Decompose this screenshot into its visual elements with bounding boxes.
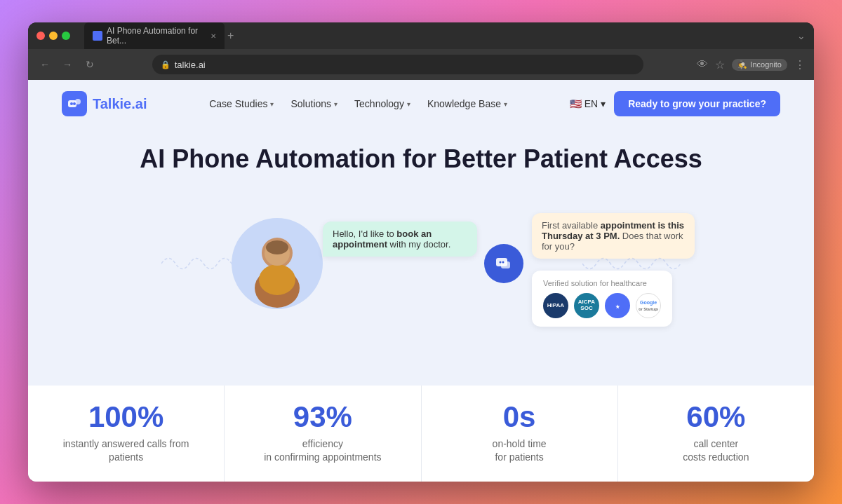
svg-text:Google: Google — [640, 300, 657, 306]
stat-number-3: 60% — [686, 402, 745, 432]
hero-section: AI Phone Automation for Better Patient A… — [28, 128, 814, 386]
stat-number-2: 0s — [503, 402, 536, 432]
address-actions: 👁 ☆ 🕵 Incognito ⋮ — [697, 58, 806, 71]
nav-technology[interactable]: Technology ▾ — [354, 98, 410, 109]
stat-item-2: 0s on-hold time for patients — [422, 386, 618, 482]
stat-item-3: 60% call center costs reduction — [618, 386, 814, 482]
nav-technology-label: Technology — [354, 98, 404, 109]
minimize-button[interactable] — [49, 32, 58, 40]
chat-icon — [495, 254, 513, 273]
svg-point-2 — [70, 102, 73, 105]
avatar — [232, 218, 323, 309]
svg-point-12 — [502, 261, 504, 264]
stat-number-1: 93% — [293, 402, 352, 432]
demo-area: Hello, I'd like to book an appointment w… — [147, 193, 695, 334]
traffic-lights — [36, 32, 70, 40]
nav-links: Case Studies ▾ Solutions ▾ Technology ▾ … — [209, 98, 507, 109]
cta-label: Ready to grow your practice? — [628, 98, 766, 109]
nominee-icon: ★ — [610, 299, 624, 313]
badges-row: HIPAA AICPA SOC ★ Google for Startups — [543, 293, 661, 318]
lock-icon: 🔒 — [161, 60, 171, 69]
flag-icon: 🇺🇸 — [570, 98, 582, 109]
forward-button[interactable]: → — [59, 59, 76, 70]
browser-overflow-icon[interactable]: ⋮ — [794, 58, 806, 71]
url-text: talkie.ai — [175, 60, 206, 70]
nominee-badge: ★ — [605, 293, 630, 318]
language-selector[interactable]: 🇺🇸 EN ▾ — [570, 98, 606, 109]
stat-item-1: 93% efficiency in confirming appointment… — [225, 386, 421, 482]
person-illustration — [232, 218, 323, 309]
maximize-button[interactable] — [62, 32, 70, 40]
reload-button[interactable]: ↻ — [81, 59, 98, 70]
star-icon[interactable]: ☆ — [715, 58, 725, 71]
stats-bar: 100% instantly answered calls from patie… — [28, 386, 814, 482]
address-bar: ← → ↻ 🔒 talkie.ai 👁 ☆ 🕵 Incognito ⋮ — [28, 49, 814, 80]
url-bar[interactable]: 🔒 talkie.ai — [152, 55, 643, 74]
incognito-badge: 🕵 Incognito — [732, 59, 787, 71]
user-msg-prefix: Hello, I'd like to — [333, 229, 396, 239]
nav-knowledge-base-label: Knowledge Base — [427, 98, 501, 109]
close-button[interactable] — [36, 32, 45, 40]
nav-knowledge-base[interactable]: Knowledge Base ▾ — [427, 98, 507, 109]
back-button[interactable]: ← — [36, 59, 53, 70]
svg-point-6 — [259, 264, 295, 295]
stat-desc-2: on-hold time for patients — [493, 437, 547, 465]
chevron-down-icon: ▾ — [504, 100, 507, 108]
stat-desc-3: call center costs reduction — [683, 437, 749, 465]
ai-avatar-icon — [484, 244, 523, 283]
verified-label: Verified solution for healthcare — [543, 279, 661, 287]
new-tab-icon[interactable]: + — [227, 29, 234, 42]
tab-bar: AI Phone Automation for Bet... ✕ + — [84, 22, 791, 49]
eye-off-icon: 👁 — [697, 58, 708, 71]
tab-favicon — [93, 31, 102, 41]
nav-case-studies-label: Case Studies — [209, 98, 267, 109]
stat-number-0: 100% — [88, 402, 163, 432]
aicpa-badge: AICPA SOC — [574, 293, 599, 318]
incognito-icon: 🕵 — [737, 60, 747, 69]
main-nav: Talkie.ai Case Studies ▾ Solutions ▾ Tec… — [28, 80, 814, 128]
nav-right: 🇺🇸 EN ▾ Ready to grow your practice? — [570, 91, 780, 116]
logo-text: Talkie.ai — [93, 96, 147, 112]
cta-button[interactable]: Ready to grow your practice? — [614, 91, 780, 116]
logo-icon — [62, 91, 87, 116]
google-badge: Google for Startups — [636, 293, 661, 318]
lang-label: EN — [584, 98, 598, 109]
svg-point-3 — [73, 102, 76, 105]
browser-window: AI Phone Automation for Bet... ✕ + ⌄ ← →… — [28, 22, 814, 482]
chevron-down-icon: ▾ — [270, 100, 274, 108]
svg-point-8 — [266, 240, 288, 254]
verified-card: Verified solution for healthcare HIPAA A… — [532, 271, 672, 327]
chevron-down-icon: ▾ — [334, 100, 338, 108]
wave-right — [582, 250, 681, 278]
stat-desc-0: instantly answered calls from patients — [63, 437, 189, 465]
svg-point-1 — [75, 99, 81, 104]
nav-solutions-label: Solutions — [290, 98, 331, 109]
title-bar: AI Phone Automation for Bet... ✕ + ⌄ — [28, 22, 814, 49]
logo[interactable]: Talkie.ai — [62, 91, 147, 116]
nav-solutions[interactable]: Solutions ▾ — [290, 98, 338, 109]
browser-menu-icon[interactable]: ⌄ — [797, 30, 806, 41]
svg-text:★: ★ — [615, 304, 620, 309]
page-content: Talkie.ai Case Studies ▾ Solutions ▾ Tec… — [28, 80, 814, 482]
chevron-down-icon: ▾ — [601, 98, 606, 109]
svg-point-11 — [500, 261, 502, 264]
tab-title: AI Phone Automation for Bet... — [107, 26, 203, 46]
chevron-down-icon: ▾ — [407, 100, 410, 108]
hero-title: AI Phone Automation for Better Patient A… — [140, 144, 702, 174]
incognito-label: Incognito — [750, 60, 782, 69]
svg-text:for Startups: for Startups — [639, 307, 658, 311]
nav-case-studies[interactable]: Case Studies ▾ — [209, 98, 274, 109]
google-icon: Google for Startups — [639, 296, 658, 315]
active-tab[interactable]: AI Phone Automation for Bet... ✕ — [84, 22, 225, 49]
stat-desc-1: efficiency in confirming appointments — [264, 437, 381, 465]
stat-item-0: 100% instantly answered calls from patie… — [28, 386, 225, 482]
tab-close-icon[interactable]: ✕ — [210, 32, 216, 40]
user-msg-suffix: with my doctor. — [387, 239, 450, 250]
ai-msg-prefix: First available — [542, 220, 601, 231]
user-chat-bubble: Hello, I'd like to book an appointment w… — [323, 222, 477, 257]
hipaa-badge: HIPAA — [543, 293, 568, 318]
